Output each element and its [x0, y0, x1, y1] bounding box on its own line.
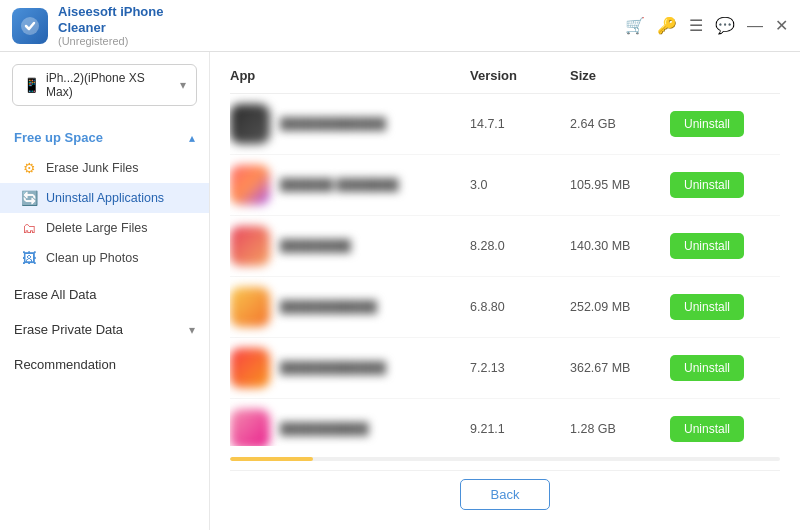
- app-name-text: ██████ ███████: [280, 178, 399, 192]
- cell-version: 6.8.80: [470, 300, 570, 314]
- app-logo: [12, 8, 48, 44]
- cell-size: 252.09 MB: [570, 300, 670, 314]
- app-info: ████████████: [230, 348, 470, 388]
- uninstall-icon: 🔄: [20, 190, 38, 206]
- app-name-text: ████████: [280, 239, 351, 253]
- cell-action: Uninstall: [670, 172, 780, 198]
- cell-size: 362.67 MB: [570, 361, 670, 375]
- cell-size: 1.28 GB: [570, 422, 670, 436]
- cell-version: 8.28.0: [470, 239, 570, 253]
- app-name-text: ██████████: [280, 422, 369, 436]
- table-row: ██████████ 9.21.1 1.28 GB Uninstall: [230, 399, 780, 446]
- sidebar-item-label-clean-photos: Clean up Photos: [46, 251, 138, 265]
- sidebar-item-recommendation[interactable]: Recommendation: [0, 347, 209, 382]
- sidebar-item-uninstall-apps[interactable]: 🔄 Uninstall Applications: [0, 183, 209, 213]
- cell-action: Uninstall: [670, 294, 780, 320]
- uninstall-button[interactable]: Uninstall: [670, 111, 744, 137]
- main-layout: 📱 iPh...2)(iPhone XS Max) ▾ Free up Spac…: [0, 52, 800, 530]
- table-row: ████████ 8.28.0 140.30 MB Uninstall: [230, 216, 780, 277]
- col-header-app: App: [230, 68, 470, 83]
- sidebar-item-erase-junk[interactable]: ⚙ Erase Junk Files: [0, 153, 209, 183]
- cell-version: 9.21.1: [470, 422, 570, 436]
- cart-icon[interactable]: 🛒: [625, 16, 645, 35]
- app-icon: [230, 104, 270, 144]
- sidebar-item-erase-private[interactable]: Erase Private Data ▾: [0, 312, 209, 347]
- cell-size: 2.64 GB: [570, 117, 670, 131]
- cell-action: Uninstall: [670, 416, 780, 442]
- sidebar-section-free-up-space: Free up Space ▴ ⚙ Erase Junk Files 🔄 Uni…: [0, 122, 209, 273]
- device-selector[interactable]: 📱 iPh...2)(iPhone XS Max) ▾: [12, 64, 197, 106]
- title-bar: Aiseesoft iPhone Cleaner (Unregistered) …: [0, 0, 800, 52]
- erase-icon: ⚙: [20, 160, 38, 176]
- sidebar-section-header-free-up-space[interactable]: Free up Space ▴: [0, 122, 209, 153]
- progress-bar-fill: [230, 457, 313, 461]
- table-row: ████████████ 7.2.13 362.67 MB Uninstall: [230, 338, 780, 399]
- table-row: ███████████ 6.8.80 252.09 MB Uninstall: [230, 277, 780, 338]
- cell-action: Uninstall: [670, 355, 780, 381]
- col-header-action: [670, 68, 780, 83]
- sidebar-label-erase-all: Erase All Data: [14, 287, 96, 302]
- close-icon[interactable]: ✕: [775, 16, 788, 35]
- chevron-down-icon: ▾: [180, 78, 186, 92]
- delete-icon: 🗂: [20, 220, 38, 236]
- sidebar-item-label-uninstall-apps: Uninstall Applications: [46, 191, 164, 205]
- sidebar-item-label-erase-junk: Erase Junk Files: [46, 161, 138, 175]
- table-row: ██████ ███████ 3.0 105.95 MB Uninstall: [230, 155, 780, 216]
- content-area: App Version Size ████████████ 14.7.1 2.6…: [210, 52, 800, 530]
- cell-action: Uninstall: [670, 111, 780, 137]
- device-name: iPh...2)(iPhone XS Max): [46, 71, 174, 99]
- cell-version: 3.0: [470, 178, 570, 192]
- progress-area: [230, 456, 780, 462]
- section-title-free-up-space: Free up Space: [14, 130, 103, 145]
- cell-size: 105.95 MB: [570, 178, 670, 192]
- app-name-text: ███████████: [280, 300, 377, 314]
- sidebar-item-delete-large[interactable]: 🗂 Delete Large Files: [0, 213, 209, 243]
- uninstall-button[interactable]: Uninstall: [670, 233, 744, 259]
- question-icon[interactable]: 🔑: [657, 16, 677, 35]
- app-title-block: Aiseesoft iPhone Cleaner (Unregistered): [58, 4, 625, 47]
- cleanup-icon: 🖼: [20, 250, 38, 266]
- app-icon: [230, 165, 270, 205]
- col-header-version: Version: [470, 68, 570, 83]
- app-name-line2: Cleaner: [58, 20, 625, 36]
- app-info: ██████████: [230, 409, 470, 446]
- progress-bar-track: [230, 457, 780, 461]
- app-info: ██████ ███████: [230, 165, 470, 205]
- table-header: App Version Size: [230, 68, 780, 94]
- table-row: ████████████ 14.7.1 2.64 GB Uninstall: [230, 94, 780, 155]
- cell-version: 14.7.1: [470, 117, 570, 131]
- sidebar-item-erase-all[interactable]: Erase All Data: [0, 277, 209, 312]
- app-icon: [230, 409, 270, 446]
- back-button[interactable]: Back: [460, 479, 551, 510]
- uninstall-button[interactable]: Uninstall: [670, 355, 744, 381]
- sidebar: 📱 iPh...2)(iPhone XS Max) ▾ Free up Spac…: [0, 52, 210, 530]
- app-name-text: ████████████: [280, 117, 386, 131]
- sidebar-item-clean-photos[interactable]: 🖼 Clean up Photos: [0, 243, 209, 273]
- sidebar-label-recommendation: Recommendation: [14, 357, 116, 372]
- chat-icon[interactable]: 💬: [715, 16, 735, 35]
- phone-icon: 📱: [23, 77, 40, 93]
- bottom-bar: Back: [230, 470, 780, 514]
- sidebar-item-label-delete-large: Delete Large Files: [46, 221, 147, 235]
- cell-size: 140.30 MB: [570, 239, 670, 253]
- app-info: ███████████: [230, 287, 470, 327]
- app-name-text: ████████████: [280, 361, 386, 375]
- app-name: Aiseesoft iPhone: [58, 4, 625, 20]
- minimize-icon[interactable]: —: [747, 17, 763, 35]
- menu-icon[interactable]: ☰: [689, 16, 703, 35]
- uninstall-button[interactable]: Uninstall: [670, 294, 744, 320]
- uninstall-button[interactable]: Uninstall: [670, 172, 744, 198]
- chevron-up-icon: ▴: [189, 131, 195, 145]
- app-sub-title: (Unregistered): [58, 35, 625, 47]
- uninstall-button[interactable]: Uninstall: [670, 416, 744, 442]
- window-controls: 🛒 🔑 ☰ 💬 — ✕: [625, 16, 788, 35]
- app-icon: [230, 287, 270, 327]
- cell-version: 7.2.13: [470, 361, 570, 375]
- table-body: ████████████ 14.7.1 2.64 GB Uninstall ██…: [230, 94, 780, 446]
- app-info: ████████: [230, 226, 470, 266]
- app-icon: [230, 226, 270, 266]
- sidebar-label-erase-private: Erase Private Data: [14, 322, 123, 337]
- col-header-size: Size: [570, 68, 670, 83]
- app-table: App Version Size ████████████ 14.7.1 2.6…: [230, 68, 780, 470]
- chevron-down-erase-icon: ▾: [189, 323, 195, 337]
